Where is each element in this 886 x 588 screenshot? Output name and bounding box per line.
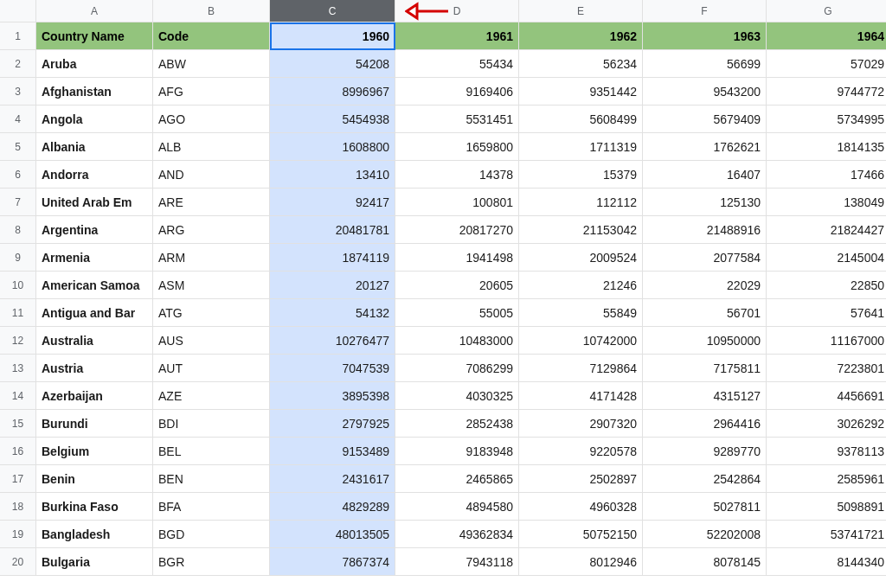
cell-country-code[interactable]: ARM	[153, 244, 270, 272]
cell-country-name[interactable]: Argentina	[36, 216, 153, 244]
header-year-1962[interactable]: 1962	[519, 22, 643, 50]
cell-country-name[interactable]: Austria	[36, 355, 153, 382]
cell-country-code[interactable]: ARG	[153, 216, 270, 244]
row-header-19[interactable]: 19	[0, 521, 36, 548]
cell-value[interactable]: 7943118	[395, 548, 519, 576]
cell-value[interactable]: 17466	[767, 161, 886, 189]
cell-value[interactable]: 20605	[395, 272, 519, 299]
cell-country-name[interactable]: Antigua and Bar	[36, 299, 153, 327]
cell-country-code[interactable]: BGR	[153, 548, 270, 576]
cell-country-name[interactable]: Aruba	[36, 50, 153, 78]
row-header-9[interactable]: 9	[0, 244, 36, 272]
cell-value[interactable]: 7047539	[270, 355, 395, 382]
cell-country-code[interactable]: AUS	[153, 327, 270, 355]
cell-country-name[interactable]: Australia	[36, 327, 153, 355]
cell-value[interactable]: 138049	[767, 189, 886, 216]
cell-value[interactable]: 57641	[767, 299, 886, 327]
cell-country-code[interactable]: AND	[153, 161, 270, 189]
cell-value[interactable]: 20817270	[395, 216, 519, 244]
corner-cell[interactable]	[0, 0, 36, 22]
cell-value[interactable]: 56234	[519, 50, 643, 78]
cell-value[interactable]: 9153489	[270, 438, 395, 465]
cell-value[interactable]: 9378113	[767, 438, 886, 465]
cell-value[interactable]: 7867374	[270, 548, 395, 576]
row-header-10[interactable]: 10	[0, 272, 36, 299]
cell-value[interactable]: 56699	[643, 50, 767, 78]
cell-value[interactable]: 2964416	[643, 410, 767, 438]
row-header-17[interactable]: 17	[0, 465, 36, 493]
header-year-1960[interactable]: 1960	[270, 22, 395, 50]
cell-value[interactable]: 2797925	[270, 410, 395, 438]
cell-value[interactable]: 2542864	[643, 465, 767, 493]
column-header-a[interactable]: A	[36, 0, 153, 22]
cell-country-name[interactable]: United Arab Em	[36, 189, 153, 216]
cell-value[interactable]: 15379	[519, 161, 643, 189]
cell-country-code[interactable]: BEN	[153, 465, 270, 493]
cell-value[interactable]: 22029	[643, 272, 767, 299]
cell-value[interactable]: 4894580	[395, 493, 519, 521]
cell-value[interactable]: 2145004	[767, 244, 886, 272]
cell-country-name[interactable]: Belgium	[36, 438, 153, 465]
cell-value[interactable]: 4829289	[270, 493, 395, 521]
row-header-16[interactable]: 16	[0, 438, 36, 465]
cell-value[interactable]: 13410	[270, 161, 395, 189]
header-code[interactable]: Code	[153, 22, 270, 50]
cell-value[interactable]: 9220578	[519, 438, 643, 465]
row-header-20[interactable]: 20	[0, 548, 36, 576]
cell-value[interactable]: 49362834	[395, 521, 519, 548]
column-header-g[interactable]: G	[767, 0, 886, 22]
cell-value[interactable]: 2431617	[270, 465, 395, 493]
cell-value[interactable]: 11167000	[767, 327, 886, 355]
row-header-6[interactable]: 6	[0, 161, 36, 189]
cell-value[interactable]: 5531451	[395, 105, 519, 133]
cell-value[interactable]: 125130	[643, 189, 767, 216]
row-header-13[interactable]: 13	[0, 355, 36, 382]
header-year-1964[interactable]: 1964	[767, 22, 886, 50]
cell-value[interactable]: 10950000	[643, 327, 767, 355]
row-header-18[interactable]: 18	[0, 493, 36, 521]
cell-value[interactable]: 4171428	[519, 382, 643, 410]
cell-country-name[interactable]: Benin	[36, 465, 153, 493]
row-header-8[interactable]: 8	[0, 216, 36, 244]
cell-value[interactable]: 54132	[270, 299, 395, 327]
cell-value[interactable]: 52202008	[643, 521, 767, 548]
cell-value[interactable]: 9183948	[395, 438, 519, 465]
cell-value[interactable]: 1659800	[395, 133, 519, 161]
cell-value[interactable]: 48013505	[270, 521, 395, 548]
column-header-d[interactable]: D	[395, 0, 519, 22]
cell-country-code[interactable]: AZE	[153, 382, 270, 410]
cell-value[interactable]: 1814135	[767, 133, 886, 161]
cell-country-code[interactable]: AGO	[153, 105, 270, 133]
cell-value[interactable]: 20127	[270, 272, 395, 299]
row-header-2[interactable]: 2	[0, 50, 36, 78]
cell-country-name[interactable]: Andorra	[36, 161, 153, 189]
cell-country-code[interactable]: ASM	[153, 272, 270, 299]
cell-country-code[interactable]: BFA	[153, 493, 270, 521]
cell-value[interactable]: 5027811	[643, 493, 767, 521]
cell-value[interactable]: 5098891	[767, 493, 886, 521]
cell-value[interactable]: 1711319	[519, 133, 643, 161]
row-header-7[interactable]: 7	[0, 189, 36, 216]
cell-country-name[interactable]: American Samoa	[36, 272, 153, 299]
cell-value[interactable]: 9744772	[767, 78, 886, 105]
column-header-e[interactable]: E	[519, 0, 643, 22]
cell-country-name[interactable]: Burundi	[36, 410, 153, 438]
cell-value[interactable]: 4030325	[395, 382, 519, 410]
cell-value[interactable]: 7223801	[767, 355, 886, 382]
cell-country-code[interactable]: AFG	[153, 78, 270, 105]
row-header-5[interactable]: 5	[0, 133, 36, 161]
cell-country-code[interactable]: ALB	[153, 133, 270, 161]
header-country-name[interactable]: Country Name	[36, 22, 153, 50]
cell-value[interactable]: 4456691	[767, 382, 886, 410]
cell-value[interactable]: 5679409	[643, 105, 767, 133]
cell-value[interactable]: 9289770	[643, 438, 767, 465]
cell-value[interactable]: 7129864	[519, 355, 643, 382]
row-header-15[interactable]: 15	[0, 410, 36, 438]
cell-value[interactable]: 9351442	[519, 78, 643, 105]
cell-country-code[interactable]: ATG	[153, 299, 270, 327]
cell-value[interactable]: 8078145	[643, 548, 767, 576]
cell-value[interactable]: 5734995	[767, 105, 886, 133]
cell-country-name[interactable]: Burkina Faso	[36, 493, 153, 521]
cell-value[interactable]: 55434	[395, 50, 519, 78]
cell-country-name[interactable]: Angola	[36, 105, 153, 133]
